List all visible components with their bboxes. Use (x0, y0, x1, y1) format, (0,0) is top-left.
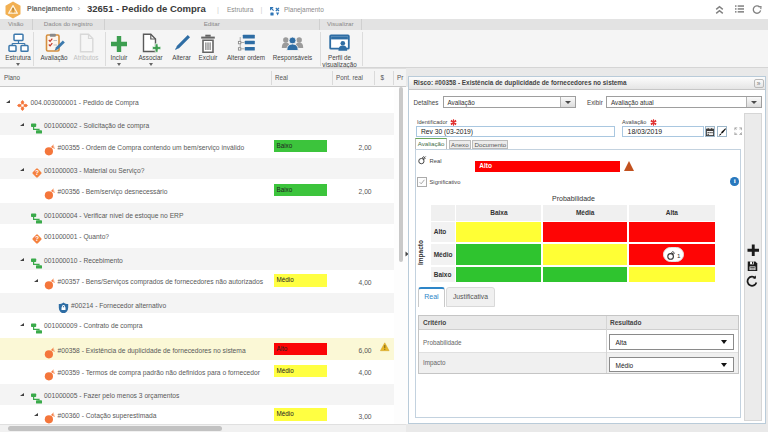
svg-text:?: ? (35, 235, 39, 242)
svg-text:?: ? (35, 169, 39, 176)
